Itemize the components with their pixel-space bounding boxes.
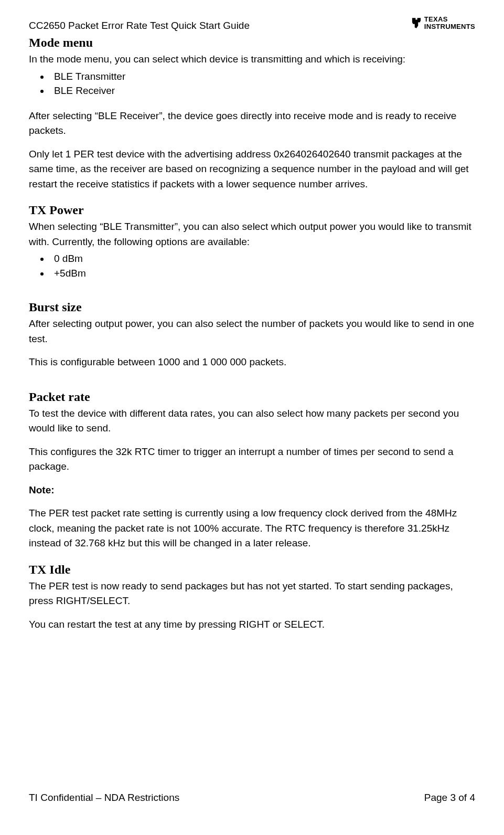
footer-right: Page 3 of 4 [424,792,475,804]
packet-rate-note-label: Note: [29,483,475,498]
heading-tx-idle: TX Idle [29,563,475,577]
list-item: 0 dBm [50,251,475,266]
burst-size-para-1: After selecting output power, you can al… [29,316,475,346]
mode-menu-intro: In the mode menu, you can select which d… [29,52,475,67]
footer-left: TI Confidential – NDA Restrictions [29,792,179,804]
list-item: BLE Receiver [50,83,475,98]
tx-idle-para-2: You can restart the test at any time by … [29,617,475,632]
heading-burst-size: Burst size [29,300,475,314]
page-header: CC2650 Packet Error Rate Test Quick Star… [29,16,475,31]
ti-logo-text: TEXAS INSTRUMENTS [424,16,475,30]
tx-idle-para-1: The PER test is now ready to send packag… [29,579,475,609]
tx-power-intro: When selecting “BLE Transmitter”, you ca… [29,219,475,249]
header-title: CC2650 Packet Error Rate Test Quick Star… [29,16,250,31]
page-footer: TI Confidential – NDA Restrictions Page … [29,792,475,804]
ti-chip-icon [410,16,423,30]
mode-menu-para-1: After selecting “BLE Receiver”, the devi… [29,109,475,139]
mode-menu-para-2: Only let 1 PER test device with the adve… [29,147,475,192]
heading-tx-power: TX Power [29,203,475,217]
mode-menu-list: BLE Transmitter BLE Receiver [29,69,475,98]
list-item: +5dBm [50,266,475,281]
list-item: BLE Transmitter [50,69,475,84]
logo-line-1: TEXAS [424,16,475,23]
tx-power-list: 0 dBm +5dBm [29,251,475,280]
packet-rate-note-body: The PER test packet rate setting is curr… [29,506,475,551]
logo-line-2: INSTRUMENTS [424,23,475,30]
heading-packet-rate: Packet rate [29,390,475,404]
packet-rate-para-2: This configures the 32k RTC timer to tri… [29,445,475,474]
burst-size-para-2: This is configurable between 1000 and 1 … [29,355,475,370]
heading-mode-menu: Mode menu [29,36,475,50]
packet-rate-para-1: To test the device with different data r… [29,406,475,436]
ti-logo: TEXAS INSTRUMENTS [410,16,475,30]
